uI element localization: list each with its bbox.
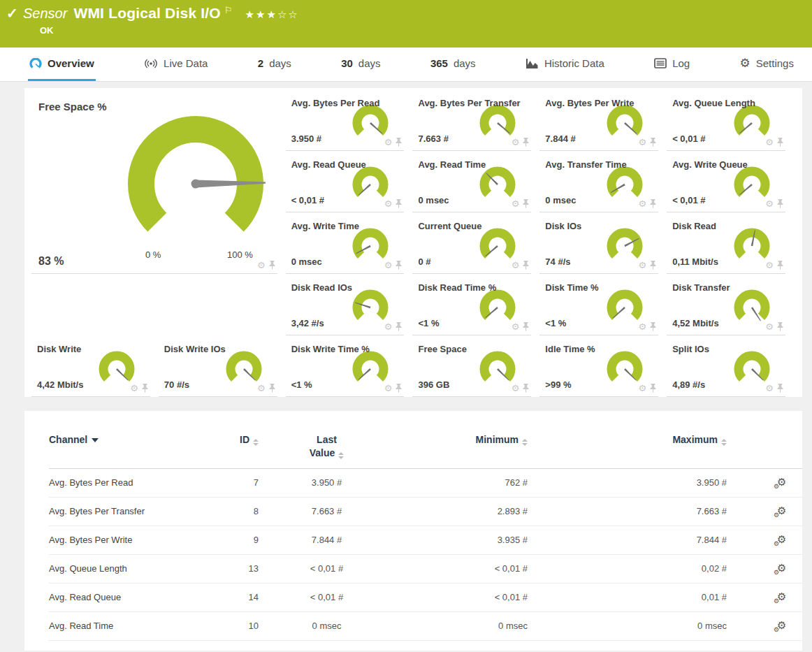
gear-icon[interactable]: ⚙: [384, 261, 393, 270]
gear-icon[interactable]: ⚙: [512, 138, 520, 147]
pin-icon[interactable]: [649, 138, 657, 147]
gear-icon[interactable]: ⚙: [765, 384, 774, 393]
gear-icon[interactable]: ⚙: [639, 261, 647, 270]
flag-icon[interactable]: ⚐: [224, 5, 233, 15]
channel-name-cell[interactable]: Avg. Read Time: [49, 621, 210, 631]
gear-icon[interactable]: ⚙: [765, 138, 774, 147]
gear-icon[interactable]: ⚙: [639, 322, 647, 331]
stars-filled[interactable]: ★★★: [245, 8, 277, 21]
pin-icon[interactable]: [395, 384, 403, 393]
gear-icon[interactable]: ⚙: [765, 322, 774, 331]
sensor-title-row: Sensor WMI Logical Disk I/O ⚐ ★★★☆☆: [0, 0, 812, 22]
channel-settings-icon[interactable]: ⚙⚙: [777, 477, 786, 488]
gear-icon[interactable]: ⚙: [639, 384, 647, 393]
channel-settings-icon[interactable]: ⚙⚙: [777, 535, 786, 545]
gear-icon[interactable]: ⚙: [384, 138, 393, 147]
gear-icon[interactable]: ⚙: [257, 384, 266, 393]
pin-icon[interactable]: [141, 384, 149, 393]
prtg-sensor-page: ✓ Sensor WMI Logical Disk I/O ⚐ ★★★☆☆ OK…: [0, 0, 812, 651]
gauge-title: Disk Read IOs: [291, 282, 352, 293]
column-header-channel[interactable]: Channel: [49, 433, 210, 460]
pin-icon[interactable]: [776, 384, 784, 393]
pin-icon[interactable]: [522, 261, 530, 270]
channel-name-cell[interactable]: Avg. Queue Length: [49, 563, 210, 574]
column-header-id[interactable]: ID: [210, 433, 259, 460]
tab-live-data[interactable]: Live Data: [143, 48, 209, 81]
pin-icon[interactable]: [522, 322, 530, 331]
channel-name-cell[interactable]: Avg. Bytes Per Transfer: [49, 506, 210, 516]
tab-settings[interactable]: ⚙ Settings: [739, 48, 795, 81]
stars-empty[interactable]: ☆☆: [277, 8, 299, 21]
maximum-cell: 7.844 #: [528, 535, 727, 545]
pin-icon[interactable]: [395, 138, 403, 147]
gear-icon[interactable]: ⚙: [639, 138, 647, 147]
pin-icon[interactable]: [649, 322, 657, 331]
pin-icon[interactable]: [522, 199, 530, 208]
sort-icons[interactable]: [253, 439, 259, 446]
gear-icon[interactable]: ⚙: [130, 384, 138, 393]
gear-icon[interactable]: ⚙: [257, 261, 266, 270]
pin-icon[interactable]: [776, 322, 784, 331]
tab-2-days[interactable]: 2 days: [256, 48, 293, 81]
sort-icons[interactable]: [338, 452, 344, 459]
channel-name-cell[interactable]: Avg. Bytes Per Write: [49, 535, 210, 545]
tab-historic-data[interactable]: Historic Data: [524, 48, 606, 81]
pin-icon[interactable]: [776, 261, 784, 270]
channel-name-cell[interactable]: Avg. Read Queue: [49, 592, 210, 602]
gear-icon[interactable]: ⚙: [765, 261, 774, 270]
gauges-panel: Free Space % 0 % 100 % 83 % ⚙: [24, 88, 802, 397]
pin-icon[interactable]: [268, 384, 276, 393]
channel-name-cell[interactable]: Avg. Bytes Per Read: [49, 477, 210, 488]
pin-icon[interactable]: [776, 138, 784, 147]
sort-desc-icon[interactable]: [92, 438, 99, 442]
priority-stars[interactable]: ★★★☆☆: [245, 8, 299, 21]
tab-365-days[interactable]: 365 days: [429, 48, 477, 81]
gear-icon[interactable]: ⚙: [765, 199, 774, 208]
pin-icon[interactable]: [776, 199, 784, 208]
area-chart-icon: [525, 58, 539, 69]
pin-icon[interactable]: [522, 384, 530, 393]
pin-icon[interactable]: [522, 138, 530, 147]
column-header-last-value[interactable]: Last Value: [259, 433, 395, 460]
pin-icon[interactable]: [649, 384, 657, 393]
table-row-avg-bytes-per-read: Avg. Bytes Per Read 7 3.950 # 762 # 3.95…: [49, 469, 802, 498]
pin-icon[interactable]: [395, 199, 403, 208]
channel-settings-icon[interactable]: ⚙⚙: [777, 592, 786, 602]
minimum-cell: 2.893 #: [395, 506, 528, 516]
gear-icon[interactable]: ⚙: [384, 322, 393, 331]
channel-settings-icon[interactable]: ⚙⚙: [777, 506, 786, 516]
gauge-tile-free-space-pct: Free Space % 0 % 100 % 83 % ⚙: [31, 89, 277, 274]
tab-30-days[interactable]: 30 days: [340, 48, 382, 81]
gauge-value: 0 msec: [291, 256, 322, 267]
sort-icons[interactable]: [721, 439, 727, 446]
gear-icon[interactable]: ⚙: [512, 261, 520, 270]
column-label: Minimum: [476, 434, 519, 445]
column-header-maximum[interactable]: Maximum: [528, 433, 727, 460]
gauge-title: Disk Write Time %: [291, 344, 370, 354]
tab-overview[interactable]: Overview: [28, 48, 96, 81]
pin-icon[interactable]: [395, 261, 403, 270]
column-header-minimum[interactable]: Minimum: [395, 433, 528, 460]
gauge-title: Free Space %: [38, 101, 107, 113]
pin-icon[interactable]: [649, 261, 657, 270]
tab-log[interactable]: Log: [653, 48, 691, 81]
gauge-max-label: 100 %: [227, 249, 253, 260]
sort-icons[interactable]: [522, 439, 528, 446]
gauge-value: 396 GB: [418, 379, 449, 390]
last-value-cell: < 0,01 #: [259, 563, 395, 574]
pin-icon[interactable]: [395, 322, 403, 331]
gauge-tile-current-queue: Current Queue 0 # ⚙: [412, 212, 531, 274]
table-row-avg-read-time: Avg. Read Time 10 0 msec 0 msec 0 msec ⚙…: [49, 612, 802, 641]
gear-icon[interactable]: ⚙: [639, 199, 647, 208]
gear-icon[interactable]: ⚙: [512, 322, 520, 331]
maximum-cell: 7.663 #: [528, 506, 727, 516]
pin-icon[interactable]: [649, 199, 657, 208]
pin-icon[interactable]: [268, 261, 276, 270]
gear-icon[interactable]: ⚙: [384, 384, 393, 393]
gear-icon[interactable]: ⚙: [512, 384, 520, 393]
channel-settings-icon[interactable]: ⚙⚙: [777, 563, 786, 574]
channel-settings-icon[interactable]: ⚙⚙: [777, 621, 786, 631]
gauge-title: Disk Read Time %: [418, 282, 496, 293]
gear-icon[interactable]: ⚙: [512, 199, 520, 208]
gear-icon[interactable]: ⚙: [384, 199, 393, 208]
